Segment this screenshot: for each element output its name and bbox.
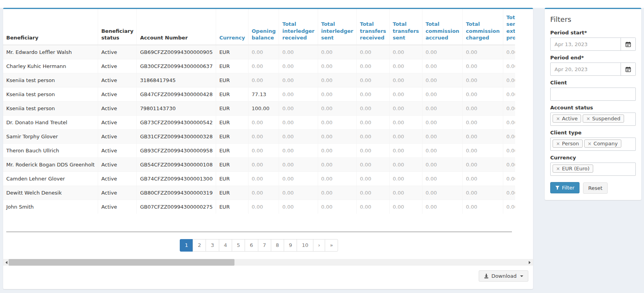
status-cell: Active bbox=[98, 88, 137, 102]
beneficiary-cell: Samir Torphy Glover bbox=[3, 130, 98, 144]
currency-select[interactable]: ×EUR (Euro) bbox=[550, 163, 636, 176]
page-button[interactable]: 4 bbox=[219, 239, 232, 252]
period-end-group bbox=[550, 63, 636, 76]
value-cell: 0.00 bbox=[318, 73, 356, 88]
column-header[interactable]: Total commission accrued bbox=[422, 9, 463, 45]
client-input[interactable] bbox=[550, 88, 636, 101]
beneficiaries-table: BeneficiaryBeneficiary statusAccount Num… bbox=[3, 9, 515, 214]
reset-button[interactable]: Reset bbox=[583, 182, 607, 194]
table-row: Samir Torphy GloverActiveGB31CFZZ0099430… bbox=[3, 130, 515, 144]
value-cell: 0.00 bbox=[422, 144, 463, 158]
value-cell: 0.00 bbox=[249, 144, 279, 158]
value-cell: 0.00 bbox=[249, 130, 279, 144]
status-cell: Active bbox=[98, 45, 137, 59]
period-end-calendar-button[interactable] bbox=[621, 63, 635, 75]
value-cell: 0.00 bbox=[463, 144, 503, 158]
horizontal-scrollbar[interactable] bbox=[3, 259, 533, 266]
value-cell: 0.00 bbox=[503, 200, 515, 214]
value-cell: 0.00 bbox=[463, 186, 503, 200]
column-header[interactable]: Total sent via external providers bbox=[503, 9, 515, 45]
column-header[interactable]: Total interledger sent bbox=[318, 9, 356, 45]
period-start-calendar-button[interactable] bbox=[621, 38, 635, 50]
last-page-button[interactable]: » bbox=[325, 239, 338, 252]
value-cell: 0.00 bbox=[503, 45, 515, 59]
table-row: Kseniia test personActiveGB47CFZZ0099430… bbox=[3, 88, 515, 102]
remove-tag-icon[interactable]: × bbox=[556, 141, 560, 146]
period-start-group bbox=[550, 38, 636, 51]
beneficiary-cell: Dewitt Welch Denesik bbox=[3, 186, 98, 200]
value-cell: 0.00 bbox=[318, 186, 356, 200]
column-header[interactable]: Opening balance bbox=[249, 9, 279, 45]
value-cell: 0.00 bbox=[390, 144, 422, 158]
currency-cell: EUR bbox=[216, 158, 249, 172]
period-end-input[interactable] bbox=[551, 63, 621, 75]
value-cell: 0.00 bbox=[357, 144, 390, 158]
scrollbar-thumb[interactable] bbox=[9, 259, 234, 266]
page-button[interactable]: 8 bbox=[271, 239, 284, 252]
filter-tag-label: Person bbox=[562, 141, 579, 146]
column-header: Beneficiary status bbox=[98, 9, 137, 45]
remove-tag-icon[interactable]: × bbox=[586, 116, 590, 121]
account-number-cell: 31868417945 bbox=[137, 73, 216, 88]
column-header[interactable]: Currency bbox=[216, 9, 249, 45]
filter-tag-label: Suspended bbox=[592, 116, 620, 121]
page-button[interactable]: 10 bbox=[297, 239, 313, 252]
client-type-label: Client type bbox=[550, 130, 636, 136]
filters-panel: Filters Period start* Period end* bbox=[545, 8, 641, 200]
currency-cell: EUR bbox=[216, 144, 249, 158]
reset-button-label: Reset bbox=[588, 185, 602, 191]
value-cell: 0.00 bbox=[422, 88, 463, 102]
table-bottom-rule bbox=[6, 232, 512, 232]
page-button[interactable]: 6 bbox=[245, 239, 258, 252]
status-cell: Active bbox=[98, 186, 137, 200]
scroll-right-arrow-icon[interactable] bbox=[526, 259, 533, 266]
page-button[interactable]: 5 bbox=[232, 239, 245, 252]
value-cell: 0.00 bbox=[249, 45, 279, 59]
value-cell: 0.00 bbox=[318, 45, 356, 59]
currency-cell: EUR bbox=[216, 59, 249, 73]
value-cell: 0.00 bbox=[318, 59, 356, 73]
column-header[interactable]: Total interledger received bbox=[279, 9, 318, 45]
page-button[interactable]: 9 bbox=[284, 239, 297, 252]
value-cell: 0.00 bbox=[503, 116, 515, 130]
download-button[interactable]: Download bbox=[479, 270, 528, 282]
currency-cell: EUR bbox=[216, 186, 249, 200]
value-cell: 0.00 bbox=[463, 130, 503, 144]
calendar-icon bbox=[625, 41, 631, 47]
status-cell: Active bbox=[98, 144, 137, 158]
status-cell: Active bbox=[98, 200, 137, 214]
currency-cell: EUR bbox=[216, 116, 249, 130]
status-cell: Active bbox=[98, 172, 137, 186]
account-number-cell: GB54CFZZ00994300000108 bbox=[137, 158, 216, 172]
account-status-select[interactable]: ×Active×Suspended bbox=[550, 113, 636, 126]
remove-tag-icon[interactable]: × bbox=[556, 166, 560, 172]
remove-tag-icon[interactable]: × bbox=[588, 141, 592, 146]
value-cell: 0.00 bbox=[390, 172, 422, 186]
column-header[interactable]: Total transfers received bbox=[357, 9, 390, 45]
value-cell: 0.00 bbox=[318, 116, 356, 130]
filter-tag: ×Company bbox=[584, 139, 621, 148]
page-button[interactable]: 7 bbox=[258, 239, 271, 252]
value-cell: 0.00 bbox=[503, 102, 515, 116]
value-cell: 0.00 bbox=[422, 45, 463, 59]
remove-tag-icon[interactable]: × bbox=[556, 116, 560, 121]
column-header[interactable]: Total transfers sent bbox=[390, 9, 422, 45]
value-cell: 0.00 bbox=[463, 59, 503, 73]
table-header-row: BeneficiaryBeneficiary statusAccount Num… bbox=[3, 9, 515, 45]
period-start-input[interactable] bbox=[551, 38, 621, 50]
page-button[interactable]: 3 bbox=[206, 239, 219, 252]
filter-button[interactable]: Filter bbox=[550, 182, 580, 193]
value-cell: 0.00 bbox=[318, 200, 356, 214]
page-button[interactable]: 1 bbox=[180, 239, 193, 252]
status-cell: Active bbox=[98, 130, 137, 144]
value-cell: 0.00 bbox=[422, 73, 463, 88]
page-button[interactable]: 2 bbox=[193, 239, 206, 252]
account-number-cell: GB30CFZZ00994300000637 bbox=[137, 59, 216, 73]
client-type-select[interactable]: ×Person×Company bbox=[550, 138, 636, 151]
value-cell: 0.00 bbox=[422, 172, 463, 186]
next-page-button[interactable]: › bbox=[313, 239, 325, 252]
column-header[interactable]: Total commission charged bbox=[463, 9, 503, 45]
filter-tag: ×Person bbox=[553, 139, 583, 148]
value-cell: 0.00 bbox=[422, 186, 463, 200]
account-number-cell: 79801143730 bbox=[137, 102, 216, 116]
